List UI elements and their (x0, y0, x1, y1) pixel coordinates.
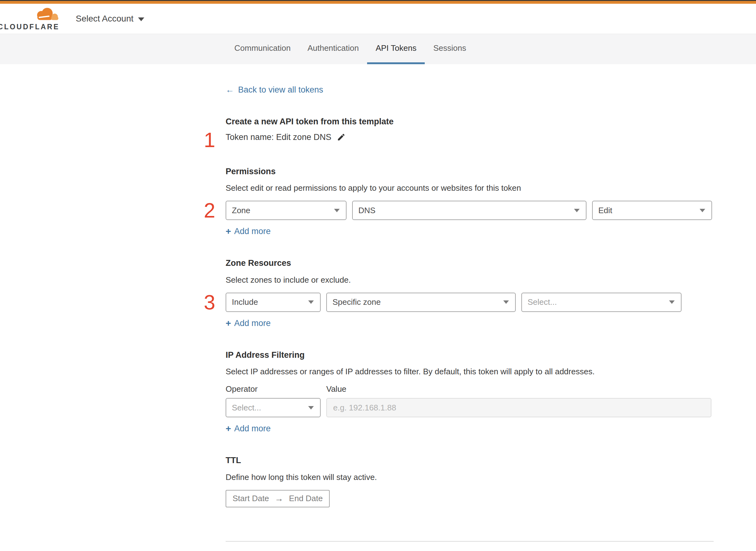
cloudflare-wordmark: CLOUDFLARE (0, 23, 59, 31)
select-caret-icon (700, 209, 705, 212)
permissions-select-row: 2 Zone DNS Edit (226, 201, 714, 220)
zone-resources-title: Zone Resources (226, 258, 714, 268)
ttl-title: TTL (226, 455, 714, 465)
step-marker-3: 3 (204, 292, 215, 313)
tab-api-tokens[interactable]: API Tokens (367, 34, 425, 64)
edit-pencil-icon[interactable] (337, 133, 345, 141)
back-link-label: Back to view all tokens (238, 85, 323, 95)
zone-include-mode-select[interactable]: Include (226, 293, 321, 312)
zone-picker-select[interactable]: Select... (521, 293, 682, 312)
ttl-section: TTL Define how long this token will stay… (226, 455, 714, 507)
permission-access-select[interactable]: Edit (592, 201, 712, 220)
ttl-description: Define how long this token will stay act… (226, 473, 714, 482)
ip-filtering-controls: Select... (226, 398, 714, 417)
permissions-add-more-link[interactable]: + Add more (226, 226, 271, 236)
step-marker-2: 2 (204, 200, 215, 221)
tab-sessions[interactable]: Sessions (425, 34, 475, 64)
ip-filtering-labels: Operator Value (226, 384, 714, 394)
select-caret-icon (308, 406, 314, 410)
permissions-title: Permissions (226, 166, 714, 176)
account-selector-label: Select Account (76, 14, 133, 24)
page-title: Create a new API token from this templat… (226, 116, 714, 126)
permissions-description: Select edit or read permissions to apply… (226, 183, 714, 192)
ip-filtering-title: IP Address Filtering (226, 350, 714, 360)
zone-type-select[interactable]: Specific zone (326, 293, 516, 312)
plus-icon: + (226, 226, 231, 236)
chevron-down-icon (138, 17, 144, 21)
profile-tabbar: Communication Authentication API Tokens … (0, 34, 756, 64)
right-arrow-icon: → (274, 494, 283, 504)
zone-resources-add-more-link[interactable]: + Add more (226, 318, 271, 328)
zone-resources-description: Select zones to include or exclude. (226, 275, 714, 285)
end-date-label: End Date (289, 494, 322, 503)
select-caret-icon (334, 209, 340, 212)
brand-accent-bar (0, 1, 756, 4)
start-date-label: Start Date (232, 494, 269, 503)
token-name-row: 1 Token name: Edit zone DNS (226, 132, 714, 142)
ip-operator-select[interactable]: Select... (226, 398, 321, 417)
ip-value-input[interactable] (326, 398, 711, 417)
zone-resources-select-row: 3 Include Specific zone Select... (226, 293, 714, 312)
permission-scope-select[interactable]: Zone (226, 201, 346, 220)
value-label: Value (326, 384, 346, 394)
plus-icon: + (226, 424, 231, 434)
ip-filtering-add-more-link[interactable]: + Add more (226, 424, 271, 434)
back-to-tokens-link[interactable]: ← Back to view all tokens (226, 85, 323, 95)
select-caret-icon (669, 301, 675, 304)
tab-authentication[interactable]: Authentication (299, 34, 367, 64)
permission-service-select[interactable]: DNS (352, 201, 587, 220)
cloudflare-cloud-icon (33, 7, 59, 22)
select-caret-icon (308, 301, 314, 304)
select-caret-icon (503, 301, 509, 304)
cloudflare-logo: CLOUDFLARE (8, 7, 59, 31)
token-template-form: ← Back to view all tokens Create a new A… (0, 64, 756, 551)
ip-filtering-description: Select IP addresses or ranges of IP addr… (226, 367, 714, 376)
ttl-date-range-picker[interactable]: Start Date → End Date (226, 490, 330, 507)
select-caret-icon (574, 209, 580, 212)
account-selector[interactable]: Select Account (76, 14, 144, 24)
plus-icon: + (226, 318, 231, 328)
app-header: CLOUDFLARE Select Account (0, 4, 756, 34)
permissions-section: Permissions Select edit or read permissi… (226, 166, 714, 236)
back-arrow-icon: ← (226, 85, 234, 95)
tab-communication[interactable]: Communication (226, 34, 299, 64)
token-name-text: Token name: Edit zone DNS (226, 132, 331, 142)
zone-resources-section: Zone Resources Select zones to include o… (226, 258, 714, 328)
ip-filtering-section: IP Address Filtering Select IP addresses… (226, 350, 714, 434)
operator-label: Operator (226, 384, 326, 394)
footer-divider (226, 541, 714, 542)
step-marker-1: 1 (204, 130, 215, 150)
